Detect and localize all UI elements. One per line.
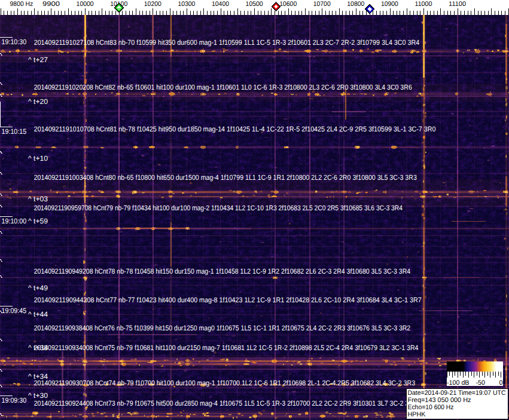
svg-text:20140921190949208 hCnt78 nb-78: 20140921190949208 hCnt78 nb-78 f10458 hi…: [34, 267, 411, 275]
svg-text:20140921191027108 hCnt83 nb-70: 20140921191027108 hCnt83 nb-70 f10599 hi…: [34, 38, 420, 47]
svg-text:Freq=143 050 000 Hz: Freq=143 050 000 Hz: [408, 397, 471, 404]
svg-text:19:09:45: 19:09:45: [2, 306, 27, 315]
svg-text:20140921190930708 hCnt74 nb-79: 20140921190930708 hCnt74 nb-79 f10700 hi…: [34, 379, 416, 387]
svg-text:9800 Hz: 9800 Hz: [10, 1, 33, 8]
svg-text:10200: 10200: [144, 1, 161, 8]
svg-text:10300: 10300: [178, 1, 195, 8]
svg-text:20140921190934008 hCnt75 nb-79: 20140921190934008 hCnt75 nb-79 f10681 hi…: [34, 344, 419, 352]
svg-text:19:10:00: 19:10:00: [2, 217, 27, 225]
svg-text:20140921190944208 hCnt77 nb-77: 20140921190944208 hCnt77 nb-77 f10423 hi…: [34, 296, 422, 304]
svg-text:10500: 10500: [246, 1, 263, 8]
svg-text:^ t+44: ^ t+44: [28, 310, 48, 318]
svg-text:^ t+03: ^ t+03: [28, 195, 48, 203]
svg-text:10700: 10700: [313, 1, 331, 8]
svg-text:0: 0: [499, 379, 502, 387]
svg-text:^ t+27: ^ t+27: [28, 56, 48, 64]
svg-text:-100 dB: -100 dB: [447, 379, 470, 387]
svg-text:19:10:15: 19:10:15: [2, 127, 27, 136]
svg-text:10900: 10900: [381, 1, 398, 8]
svg-text:20140921190924408 hCnt73 nb-79: 20140921190924408 hCnt73 nb-79 f10675 hi…: [34, 399, 417, 407]
svg-text:19:09:30: 19:09:30: [2, 396, 27, 404]
svg-text:10600: 10600: [279, 1, 297, 8]
svg-text:10800: 10800: [347, 1, 364, 8]
svg-text:Date=2014-09-21 Time=19:07 UTC: Date=2014-09-21 Time=19:07 UTC: [408, 390, 506, 397]
svg-text:20140921191020208 hCnt82 nb-65: 20140921191020208 hCnt82 nb-65 f10601 hi…: [34, 83, 412, 91]
svg-text:20140921190959708 hCnt79 nb-79: 20140921190959708 hCnt79 nb-79 f10434 hi…: [34, 204, 403, 212]
svg-text:^ t+20: ^ t+20: [28, 97, 48, 106]
svg-text:^ t+34: ^ t+34: [28, 372, 48, 381]
svg-text:^ t+30: ^ t+30: [28, 391, 48, 400]
svg-text:19:10:30: 19:10:30: [2, 38, 27, 46]
svg-text:^ t+59: ^ t+59: [28, 217, 48, 225]
svg-text:^ t+49: ^ t+49: [28, 284, 48, 292]
svg-text:11000: 11000: [415, 1, 432, 8]
svg-text:20140921190938408 hCnt76 nb-75: 20140921190938408 hCnt76 nb-75 f10399 hi…: [34, 324, 411, 332]
svg-text:10400: 10400: [212, 1, 229, 8]
svg-text:^ t+38: ^ t+38: [28, 344, 48, 352]
svg-text:11100: 11100: [449, 1, 466, 8]
svg-text:-50: -50: [476, 379, 486, 387]
svg-text:^ t+10: ^ t+10: [28, 154, 48, 163]
svg-text:9900: 9900: [42, 1, 60, 8]
svg-text:Echo=10 600 Hz: Echo=10 600 Hz: [408, 404, 454, 411]
svg-text:20140921191003408 hCnt80 nb-65: 20140921191003408 hCnt80 nb-65 f10800 hi…: [34, 173, 417, 182]
svg-text:10000: 10000: [77, 1, 94, 8]
svg-text:HPHK: HPHK: [408, 411, 426, 418]
svg-text:20140921191010708 hCnt81 nb-78: 20140921191010708 hCnt81 nb-78 f10425 hi…: [34, 125, 436, 133]
